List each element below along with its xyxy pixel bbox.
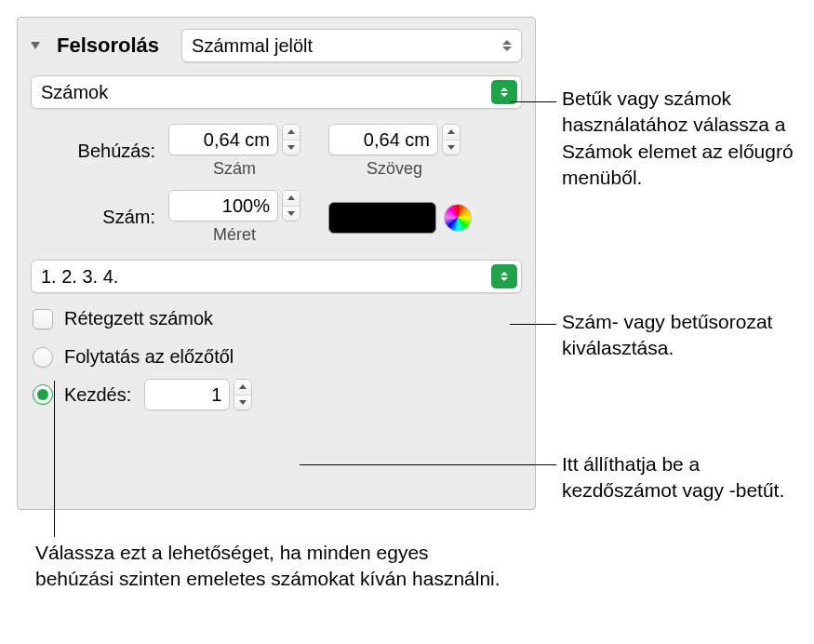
indent-text-field[interactable]: 0,64 cm — [328, 124, 438, 155]
callout-numbering: Szám- vagy betűsorozat kiválasztása. — [562, 309, 802, 362]
callout-leader — [510, 101, 556, 102]
bullets-numbering-panel: Felsorolás Számmal jelölt Számok Behúzás… — [17, 17, 536, 510]
tiered-numbers-checkbox[interactable] — [33, 309, 53, 329]
list-type-value: Számmal jelölt — [192, 35, 313, 57]
start-value-field[interactable]: 1 — [144, 379, 230, 410]
indent-text-stepper[interactable]: 0,64 cm — [328, 124, 460, 155]
callout-leader — [300, 464, 556, 465]
size-stepper-buttons[interactable] — [282, 190, 300, 221]
size-caption: Méret — [168, 225, 300, 245]
color-wheel-icon[interactable] — [444, 204, 472, 232]
size-stepper[interactable]: 100% — [168, 190, 300, 221]
callout-start: Itt állíthatja be a kezdőszámot vagy -be… — [562, 451, 802, 504]
numbering-style-value: 1. 2. 3. 4. — [41, 266, 118, 288]
continue-label: Folytatás az előzőtől — [64, 346, 234, 368]
size-label: Szám: — [31, 207, 163, 228]
popup-arrows-icon — [491, 264, 517, 288]
start-value-stepper-buttons[interactable] — [234, 379, 252, 410]
disclosure-triangle-icon[interactable] — [31, 42, 40, 49]
indent-number-stepper-buttons[interactable] — [282, 124, 300, 155]
callout-format: Betűk vagy számok használatához válassza… — [562, 86, 802, 191]
indent-label: Behúzás: — [31, 141, 163, 162]
start-from-radio[interactable] — [33, 384, 53, 405]
callout-leader — [510, 324, 556, 325]
list-type-select[interactable]: Számmal jelölt — [181, 29, 522, 62]
indent-number-stepper[interactable]: 0,64 cm — [168, 124, 300, 155]
chevron-updown-icon — [502, 40, 512, 51]
continue-radio[interactable] — [33, 347, 53, 368]
numbering-style-select[interactable]: 1. 2. 3. 4. — [31, 260, 522, 293]
color-swatch[interactable] — [328, 202, 436, 234]
indent-text-stepper-buttons[interactable] — [442, 124, 460, 155]
number-format-value: Számok — [41, 82, 108, 103]
section-title: Felsorolás — [57, 34, 159, 58]
size-field[interactable]: 100% — [168, 190, 278, 221]
start-label: Kezdés: — [64, 384, 131, 406]
callout-leader — [54, 381, 55, 537]
number-format-select[interactable]: Számok — [31, 75, 522, 109]
tiered-numbers-label: Rétegzett számok — [64, 308, 213, 329]
indent-number-field[interactable]: 0,64 cm — [168, 124, 278, 155]
indent-number-caption: Szám — [168, 159, 300, 179]
start-value-stepper[interactable]: 1 — [144, 379, 252, 410]
indent-text-caption: Szöveg — [328, 159, 460, 179]
callout-tiered: Válassza ezt a lehetőséget, ha minden eg… — [35, 540, 500, 593]
